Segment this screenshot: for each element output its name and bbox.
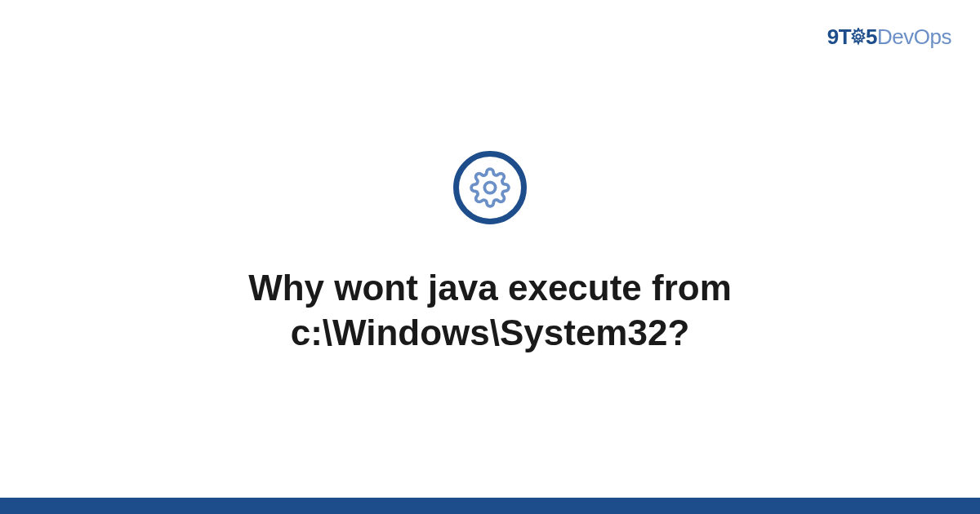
gear-icon [470,167,510,208]
brand-logo: 9T 5DevOps [827,24,951,51]
bottom-accent-bar [0,498,980,514]
gear-icon-circle [453,151,527,224]
svg-point-1 [484,182,495,193]
brand-middle: 5 [866,24,877,49]
brand-prefix: 9T [827,24,851,49]
page-title: Why wont java execute from c:\Windows\Sy… [0,265,980,355]
main-content: Why wont java execute from c:\Windows\Sy… [0,151,980,355]
svg-point-0 [856,34,861,39]
brand-suffix: DevOps [877,24,951,49]
gear-icon-small [849,26,867,51]
